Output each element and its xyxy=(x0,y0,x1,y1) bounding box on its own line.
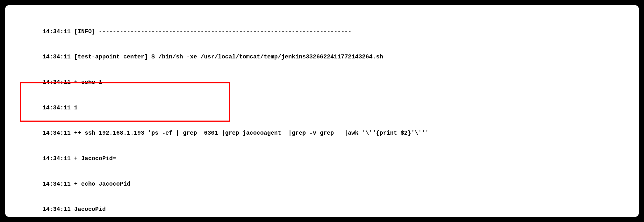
timestamp: 14:34:11 xyxy=(43,155,71,162)
timestamp: 14:34:11 xyxy=(43,181,71,187)
log-text: 1 xyxy=(74,105,78,111)
console-output[interactable]: 14:34:11 [INFO] ------------------------… xyxy=(5,11,639,217)
log-line: 14:34:11 ++ ssh 192.168.1.193 'ps -ef | … xyxy=(43,129,639,138)
log-text: JacocoPid xyxy=(74,206,106,213)
log-line: 14:34:11 1 xyxy=(43,104,639,112)
log-line: 14:34:11 [test-appoint_center] $ /bin/sh… xyxy=(43,53,639,61)
timestamp: 14:34:11 xyxy=(43,206,71,213)
log-line: 14:34:11 + echo JacocoPid xyxy=(43,180,639,189)
log-text: + echo 1 xyxy=(74,79,102,86)
terminal-window: 14:34:11 [INFO] ------------------------… xyxy=(5,5,639,217)
timestamp: 14:34:11 xyxy=(43,28,71,35)
log-line: 14:34:11 + JacocoPid= xyxy=(43,155,639,163)
timestamp: 14:34:11 xyxy=(43,79,71,86)
log-text: [test-appoint_center] $ /bin/sh -xe /usr… xyxy=(74,54,383,60)
log-text: + JacocoPid= xyxy=(74,155,116,162)
log-text: + echo JacocoPid xyxy=(74,181,130,187)
timestamp: 14:34:11 xyxy=(43,130,71,136)
log-line: 14:34:11 JacocoPid xyxy=(43,205,639,214)
timestamp: 14:34:11 xyxy=(43,54,71,60)
log-line: 14:34:11 + echo 1 xyxy=(43,78,639,87)
log-text: ++ ssh 192.168.1.193 'ps -ef | grep 6301… xyxy=(74,130,429,136)
log-line: 14:34:11 [INFO] ------------------------… xyxy=(43,28,639,36)
timestamp: 14:34:11 xyxy=(43,105,71,111)
log-text: [INFO] ---------------------------------… xyxy=(74,28,352,35)
